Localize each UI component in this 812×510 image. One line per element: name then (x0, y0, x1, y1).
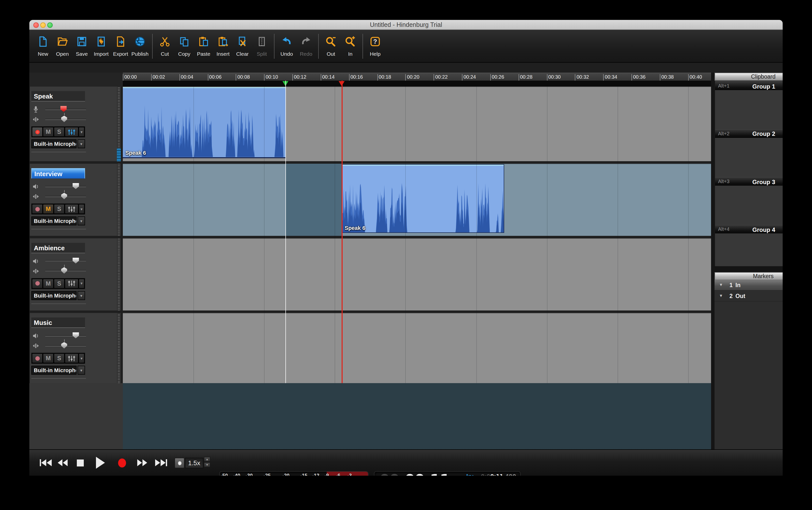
record-arm-button[interactable] (32, 353, 43, 363)
timeline-ruler[interactable]: 00:0000:0200:0400:0600:0800:1000:1200:14… (123, 73, 711, 81)
track-lane-ambience[interactable] (123, 238, 711, 310)
toolbar-button-insert[interactable]: Insert (213, 33, 233, 59)
input-device-select[interactable]: Built-in Microphone (31, 139, 77, 148)
fast-forward-button[interactable] (137, 457, 148, 469)
toolbar-button-new[interactable]: New (33, 33, 53, 59)
speed-up-button[interactable]: ▲ (204, 457, 210, 462)
pan-icon (32, 342, 39, 351)
speed-toggle-button[interactable] (175, 458, 184, 468)
eq-button[interactable] (65, 204, 79, 214)
ruler-tick (603, 74, 604, 81)
clipboard-group-header[interactable]: Alt+2Group 2 (715, 129, 783, 138)
track-lane-interview[interactable]: Speak 6 (123, 164, 711, 236)
clipboard-group-header[interactable]: Alt+4Group 4 (715, 225, 783, 233)
eq-button[interactable] (65, 278, 79, 288)
title-bar[interactable]: Untitled - Hindenburg Trial (29, 20, 783, 30)
track-name-interview[interactable]: Interview (31, 168, 85, 179)
record-arm-button[interactable] (32, 127, 43, 137)
input-device-dropdown-button[interactable]: ▼ (78, 139, 85, 148)
pan-slider-thumb[interactable] (61, 193, 67, 199)
go-to-end-button[interactable] (155, 457, 168, 469)
marker-strip[interactable] (123, 81, 711, 87)
clipboard-group-header[interactable]: Alt+1Group 1 (715, 82, 783, 90)
toolbar-button-import[interactable]: Import (91, 33, 111, 59)
solo-button[interactable]: S (54, 353, 65, 363)
track-options-button[interactable]: ▼ (79, 353, 85, 363)
track-options-button[interactable]: ▼ (79, 278, 85, 288)
go-to-start-button[interactable] (39, 457, 52, 469)
ruler-label: 00:22 (435, 74, 448, 80)
record-button[interactable] (117, 457, 127, 469)
track-header-interview: InterviewMS▼Built-in Microphone▼ (30, 164, 117, 236)
toolbar-button-zoom-in[interactable]: In (341, 33, 360, 59)
pan-slider-thumb[interactable] (61, 342, 67, 348)
record-arm-button[interactable] (32, 204, 43, 214)
toolbar-button-open[interactable]: Open (53, 33, 72, 59)
mute-button[interactable]: M (43, 353, 54, 363)
record-dot-icon (35, 130, 39, 134)
audio-region[interactable]: Speak 6 (341, 164, 504, 233)
toolbar-button-export[interactable]: Export (111, 33, 130, 59)
toolbar-button-publish[interactable]: Publish (130, 33, 150, 59)
paste-icon (198, 35, 209, 49)
ruler-tick (349, 74, 349, 81)
stop-button[interactable] (77, 457, 84, 469)
meter-scale-label: -30 (246, 473, 253, 476)
volume-slider-thumb[interactable] (72, 332, 79, 338)
toolbar-button-copy[interactable]: Copy (175, 33, 194, 59)
mute-button[interactable]: M (43, 127, 54, 137)
toolbar-button-zoom-out[interactable]: Out (321, 33, 341, 59)
toolbar-button-save[interactable]: Save (72, 33, 91, 59)
out-marker-line[interactable] (341, 81, 342, 383)
play-button[interactable] (95, 457, 106, 469)
track-lane-music[interactable] (123, 313, 711, 383)
mute-button[interactable]: M (43, 204, 54, 214)
marker-expand-icon[interactable]: ▼ (719, 283, 723, 287)
toolbar-button-undo[interactable]: Undo (277, 33, 296, 59)
slider-track (45, 260, 86, 261)
input-device-dropdown-button[interactable]: ▼ (78, 217, 85, 225)
solo-button[interactable]: S (54, 127, 65, 137)
rewind-button[interactable] (57, 457, 68, 469)
pan-slider-thumb[interactable] (61, 267, 67, 274)
speed-down-button[interactable]: ▼ (204, 462, 210, 467)
marker-expand-icon[interactable]: ▼ (719, 293, 723, 298)
audio-region[interactable]: Speak 6 (123, 87, 285, 158)
track-lane-speak[interactable]: Speak 6 (123, 87, 711, 161)
track-options-button[interactable]: ▼ (79, 127, 85, 137)
pan-slider-thumb[interactable] (61, 116, 67, 122)
input-device-dropdown-button[interactable]: ▼ (78, 291, 85, 300)
toolbar-button-help[interactable]: ?Help (365, 33, 385, 59)
input-device-select[interactable]: Built-in Microphone (31, 366, 77, 375)
mute-button[interactable]: M (43, 278, 54, 288)
volume-slider-thumb[interactable] (60, 106, 67, 112)
timeline-gridline (193, 87, 194, 383)
input-device-select[interactable]: Built-in Microphone (31, 291, 77, 300)
track-name-music[interactable]: Music (31, 317, 85, 328)
volume-slider-thumb[interactable] (72, 257, 79, 263)
toolbar-button-paste[interactable]: Paste (194, 33, 213, 59)
volume-slider-thumb[interactable] (72, 183, 79, 189)
input-device-dropdown-button[interactable]: ▼ (78, 366, 85, 375)
ruler-label: 00:40 (690, 74, 702, 80)
clipboard-group-header[interactable]: Alt+3Group 3 (715, 177, 783, 186)
playhead-line[interactable] (285, 81, 286, 383)
input-select-row: Built-in Microphone▼ (31, 139, 85, 148)
marker-row-in[interactable]: ▼1In0:11 (715, 280, 783, 290)
marker-row-out[interactable]: ▼2Out0:15 (715, 291, 783, 301)
track-name-ambience[interactable]: Ambience (31, 243, 85, 253)
solo-button[interactable]: S (54, 278, 65, 288)
solo-button[interactable]: S (54, 204, 65, 214)
track-options-button[interactable]: ▼ (79, 204, 85, 214)
toolbar-button-clear[interactable]: Clear (233, 33, 252, 59)
record-arm-button[interactable] (32, 278, 43, 288)
track-name-speak[interactable]: Speak (31, 91, 85, 102)
ruler-label: 00:36 (633, 74, 645, 80)
track-level-slider-row (31, 106, 87, 112)
eq-button[interactable] (65, 353, 79, 363)
input-device-select[interactable]: Built-in Microphone (31, 217, 77, 225)
header-divider (31, 378, 86, 379)
eq-button[interactable] (65, 127, 79, 137)
toolbar-button-cut[interactable]: Cut (155, 33, 175, 59)
track-level-slider-row (31, 257, 87, 264)
